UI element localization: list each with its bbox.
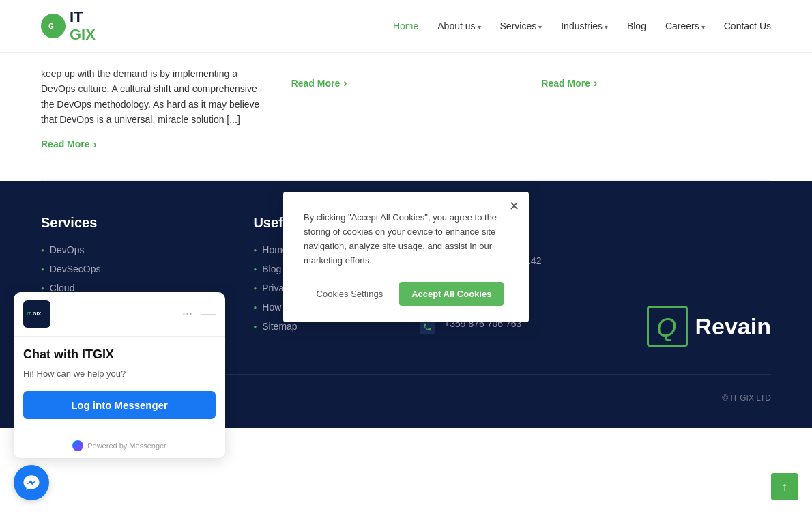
cookie-actions: Cookies Settings Accept All Cookies <box>304 282 508 306</box>
cookie-close-button[interactable]: ✕ <box>509 200 519 212</box>
cookie-banner: ✕ By clicking "Accept All Cookies", you … <box>283 192 529 322</box>
accept-cookies-button[interactable]: Accept All Cookies <box>399 282 504 306</box>
cookie-overlay: ✕ By clicking "Accept All Cookies", you … <box>0 0 812 428</box>
cookie-message: By clicking "Accept All Cookies", you ag… <box>304 211 508 268</box>
cookies-settings-button[interactable]: Cookies Settings <box>308 283 392 304</box>
